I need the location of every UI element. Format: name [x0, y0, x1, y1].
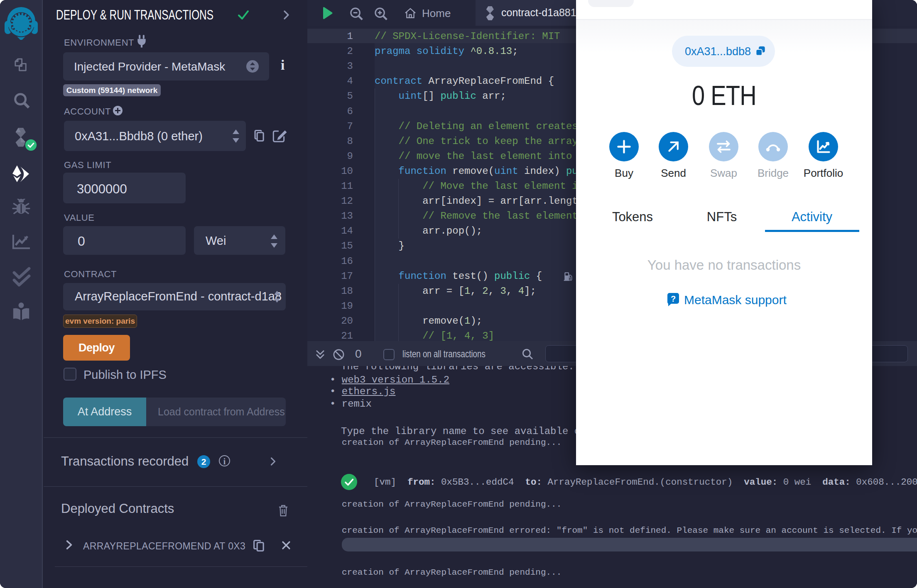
svg-text:?: ?: [671, 294, 676, 303]
